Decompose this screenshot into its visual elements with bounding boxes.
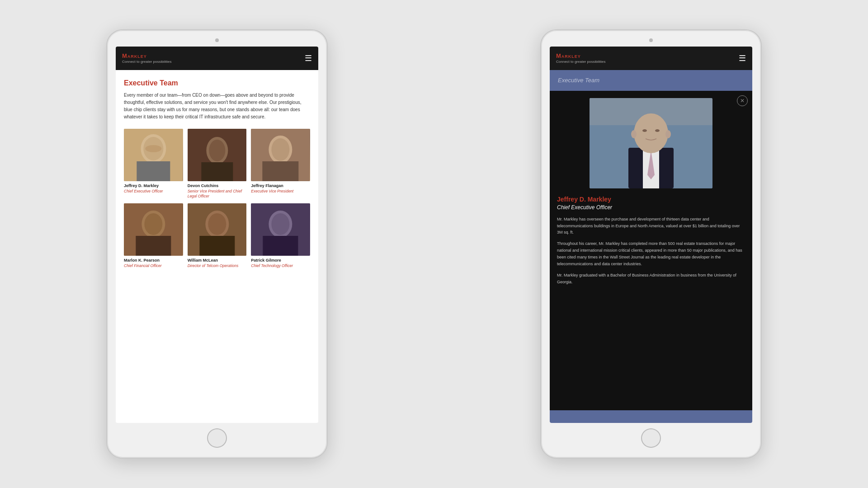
member-name-4: William McLean [188, 258, 247, 263]
portrait-svg-1 [188, 129, 247, 181]
member-name-3: Marlon K. Pearson [124, 258, 183, 263]
tablet-home-button-right[interactable] [641, 428, 661, 448]
team-member-0[interactable]: Jeffrey D. Markley Chief Executive Offic… [124, 129, 183, 199]
portrait-svg-0 [124, 129, 183, 181]
member-name-2: Jeffrey Flanagan [251, 183, 310, 188]
detail-section-title: Executive Team [558, 77, 599, 84]
right-tablet: Markley Connect to greater possibilities… [540, 29, 762, 459]
brand-block: Markley Connect to greater possibilities [122, 52, 171, 64]
svg-point-4 [145, 145, 161, 152]
left-tablet-screen: Markley Connect to greater possibilities… [116, 47, 318, 423]
detail-member-name: Jeffrey D. Markley [557, 196, 745, 203]
svg-rect-20 [199, 236, 235, 256]
right-tablet-screen: Markley Connect to greater possibilities… [550, 47, 752, 423]
member-title-0: Chief Executive Officer [124, 189, 183, 194]
detail-bio-3: Mr. Markley graduated with a Bachelor of… [557, 272, 745, 286]
svg-point-33 [655, 129, 660, 132]
right-brand-block: Markley Connect to greater possibilities [556, 52, 605, 64]
detail-photo-svg [590, 98, 712, 188]
right-hamburger-icon[interactable]: ☰ [739, 53, 746, 63]
tablet-camera [215, 38, 219, 42]
portrait-svg-4 [188, 203, 247, 256]
svg-point-23 [272, 213, 290, 235]
detail-bio-1: Mr. Markley has overseen the purchase an… [557, 216, 745, 236]
brand-name: Markley [122, 52, 171, 59]
svg-point-34 [631, 130, 637, 138]
svg-point-35 [665, 130, 671, 138]
member-title-1: Senior Vice President and Chief Legal Of… [188, 189, 247, 199]
detail-content: Executive Team ✕ [550, 70, 752, 423]
hamburger-icon[interactable]: ☰ [305, 53, 312, 63]
detail-photo [590, 98, 712, 188]
team-member-3[interactable]: Marlon K. Pearson Chief Financial Office… [124, 203, 183, 268]
svg-point-11 [272, 138, 290, 161]
app-header: Markley Connect to greater possibilities… [116, 47, 318, 70]
detail-member-title: Chief Executive Officer [557, 204, 745, 211]
svg-rect-12 [263, 161, 299, 181]
member-title-5: Chief Technology Officer [251, 263, 310, 268]
svg-point-32 [642, 129, 647, 132]
portrait-4 [188, 203, 247, 256]
detail-body: ✕ [550, 91, 752, 410]
team-member-2[interactable]: Jeffrey Flanagan Executive Vice Presiden… [251, 129, 310, 199]
team-member-1[interactable]: Devon Cutchins Senior Vice President and… [188, 129, 247, 199]
right-app-header: Markley Connect to greater possibilities… [550, 47, 752, 70]
member-name-5: Patrick Gilmore [251, 258, 310, 263]
portrait-svg-5 [251, 203, 310, 256]
team-member-4[interactable]: William McLean Director of Telcom Operat… [188, 203, 247, 268]
right-tablet-camera [649, 38, 653, 42]
svg-rect-3 [137, 161, 170, 181]
close-button[interactable]: ✕ [737, 95, 748, 106]
team-member-5[interactable]: Patrick Gilmore Chief Technology Officer [251, 203, 310, 268]
portrait-2 [251, 129, 310, 181]
brand-tagline: Connect to greater possibilities [122, 60, 171, 64]
member-name-1: Devon Cutchins [188, 183, 247, 188]
detail-footer-banner [550, 410, 752, 423]
left-tablet: Markley Connect to greater possibilities… [106, 29, 328, 459]
member-title-3: Chief Financial Officer [124, 263, 183, 268]
portrait-5 [251, 203, 310, 256]
svg-rect-24 [263, 236, 298, 256]
member-title-4: Director of Telcom Operations [188, 263, 247, 268]
detail-header-banner: Executive Team [550, 70, 752, 91]
team-grid: Jeffrey D. Markley Chief Executive Offic… [124, 129, 310, 268]
portrait-3 [124, 203, 183, 256]
section-title: Executive Team [124, 79, 310, 87]
svg-rect-8 [201, 162, 233, 181]
portrait-1 [188, 129, 247, 181]
svg-point-15 [144, 213, 162, 235]
right-brand-tagline: Connect to greater possibilities [556, 60, 605, 64]
left-content-area: Executive Team Every member of our team—… [116, 70, 318, 423]
member-title-2: Executive Vice President [251, 189, 310, 194]
svg-point-31 [634, 113, 668, 153]
portrait-svg-3 [124, 203, 183, 256]
tablet-home-button-left[interactable] [207, 428, 227, 448]
portrait-svg-2 [251, 129, 310, 181]
detail-bio-2: Throughout his career, Mr. Markley has c… [557, 240, 745, 267]
svg-point-7 [209, 140, 225, 161]
member-name-0: Jeffrey D. Markley [124, 183, 183, 188]
svg-rect-16 [136, 236, 171, 256]
right-brand-name: Markley [556, 52, 605, 59]
section-description: Every member of our team—from CEO on dow… [124, 92, 310, 121]
svg-point-19 [208, 213, 226, 235]
portrait-0 [124, 129, 183, 181]
